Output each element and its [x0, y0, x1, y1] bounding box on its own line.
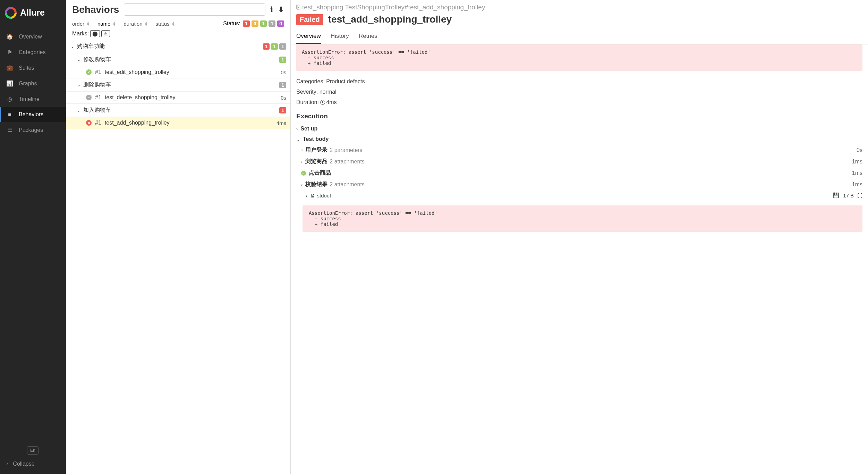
chevron-right-icon: ›: [301, 159, 303, 164]
status-filter-broken[interactable]: 0: [252, 20, 258, 27]
nav-categories-label: Categories: [19, 49, 45, 56]
testbody-row[interactable]: ⌄Test body: [296, 134, 862, 144]
step-duration: 1ms: [852, 159, 862, 165]
categories-line: Categories: Product defects: [296, 76, 862, 87]
collapse-button[interactable]: ‹Collapse: [6, 461, 60, 467]
step-row[interactable]: ✓点击商品1ms: [296, 167, 862, 179]
detail-panel: ⎘ test_shopping.TestShoppingTrolley#test…: [291, 0, 868, 474]
sort-name[interactable]: name▲▼: [97, 21, 116, 27]
status-filter-unknown[interactable]: 0: [277, 20, 284, 27]
menu-icon: ☰: [6, 127, 13, 133]
execution-heading: Execution: [296, 112, 862, 120]
status-badge: Failed: [296, 14, 323, 25]
chevron-down-icon: ⌄: [77, 108, 80, 113]
test-number: #1: [95, 69, 101, 75]
tree-subgroup-label: 加入购物车: [83, 107, 111, 114]
step-row[interactable]: ›浏览商品2 attachments1ms: [296, 156, 862, 167]
test-name: test_edit_shopping_trolley: [105, 69, 169, 75]
status-filter-failed[interactable]: 1: [243, 20, 250, 27]
link-icon[interactable]: ⎘: [296, 3, 300, 11]
tree-group[interactable]: ⌄ 购物车功能 1 1 1: [66, 40, 290, 53]
chevron-right-icon: ›: [306, 193, 307, 198]
step-duration: 1ms: [852, 170, 862, 176]
chevron-right-icon: ›: [301, 147, 303, 153]
tree-test-selected[interactable]: ✕ #1 test_add_shopping_trolley 4ms: [66, 117, 290, 129]
test-name: test_delete_shopping_trolley: [105, 94, 176, 101]
brand-name: Allure: [20, 8, 45, 18]
test-title: test_add_shopping_trolley: [328, 14, 452, 25]
test-path: test_shopping.TestShoppingTrolley#test_a…: [302, 3, 485, 11]
tree-subgroup[interactable]: ⌄ 删除购物车 1: [66, 78, 290, 92]
sort-order[interactable]: order▲▼: [72, 21, 90, 27]
status-filter-skipped[interactable]: 1: [269, 20, 275, 27]
tree-test[interactable]: ✓ #1 test_edit_shopping_trolley 0s: [66, 66, 290, 78]
attachment-size: 17 B: [843, 193, 854, 198]
sidebar: Allure 🏠Overview ⚑Categories 💼Suites 📊Gr…: [0, 0, 66, 474]
count-passed: 1: [279, 57, 286, 63]
save-icon[interactable]: 💾: [833, 192, 840, 198]
test-duration: 0s: [281, 95, 286, 101]
chevron-down-icon: ⌄: [71, 44, 74, 49]
chevron-down-icon: ⌄: [77, 57, 80, 62]
tab-retries[interactable]: Retries: [359, 29, 377, 44]
mark-new-failed[interactable]: ⚠: [101, 30, 110, 37]
attachment-row[interactable]: ›🗎 stdout💾17 B⛶: [296, 190, 862, 201]
sort-icon: ▲▼: [112, 21, 116, 26]
test-number: #1: [95, 94, 101, 101]
tab-overview[interactable]: Overview: [296, 29, 321, 44]
nav-timeline[interactable]: ◷Timeline: [0, 91, 66, 107]
attachment-name: stdout: [317, 193, 331, 198]
file-icon: 🗎: [310, 193, 315, 198]
count-skipped: 1: [279, 43, 286, 50]
download-icon[interactable]: ⬇: [278, 5, 284, 14]
nav-graphs[interactable]: 📊Graphs: [0, 76, 66, 91]
tab-history[interactable]: History: [331, 29, 349, 44]
test-name: test_add_shopping_trolley: [105, 120, 170, 126]
sort-icon: ▲▼: [145, 21, 148, 26]
tree-subgroup-label: 删除购物车: [83, 81, 111, 88]
setup-row[interactable]: ›Set up: [296, 124, 862, 134]
tree-test[interactable]: − #1 test_delete_shopping_trolley 0s: [66, 92, 290, 104]
tree-subgroup[interactable]: ⌄ 加入购物车 1: [66, 104, 290, 117]
tree-subgroup-label: 修改购物车: [83, 56, 111, 63]
sort-icon: ▲▼: [86, 21, 90, 26]
nav-overview-label: Overview: [19, 34, 42, 40]
sort-status[interactable]: status▲▼: [156, 21, 175, 27]
step-duration: 0s: [857, 147, 862, 153]
count-failed: 1: [263, 43, 270, 50]
chevron-right-icon: ›: [296, 126, 298, 132]
pass-icon: ✓: [86, 69, 92, 75]
chevron-down-icon: ⌄: [77, 83, 80, 87]
test-number: #1: [95, 120, 101, 126]
duration-line: Duration: 4ms: [296, 97, 862, 108]
step-row[interactable]: ›用户登录2 parameters0s: [296, 144, 862, 156]
nav-timeline-label: Timeline: [19, 96, 40, 102]
flag-icon: ⚑: [6, 49, 13, 56]
chevron-down-icon: ⌄: [296, 137, 300, 142]
sort-icon: ▲▼: [172, 21, 175, 26]
behaviors-tree: ⌄ 购物车功能 1 1 1 ⌄ 修改购物车 1 ✓ #1 test_edit_s…: [66, 40, 290, 474]
tree-subgroup[interactable]: ⌄ 修改购物车 1: [66, 53, 290, 66]
logo[interactable]: Allure: [0, 0, 66, 25]
nav-suites-label: Suites: [19, 65, 34, 71]
status-filter-label: Status:: [223, 20, 240, 27]
nav-behaviors[interactable]: ≡Behaviors: [0, 107, 66, 122]
sort-duration[interactable]: duration▲▼: [124, 21, 148, 27]
expand-icon[interactable]: ⛶: [857, 193, 862, 198]
fail-icon: ✕: [86, 120, 92, 126]
search-input[interactable]: [124, 3, 265, 16]
info-icon[interactable]: ℹ: [270, 5, 273, 14]
mark-flaky[interactable]: ⬤: [90, 30, 100, 37]
step-row[interactable]: ›校验结果2 attachments1ms: [296, 179, 862, 190]
count-failed: 1: [279, 107, 286, 113]
chart-icon: 📊: [6, 80, 13, 87]
language-button[interactable]: En: [27, 446, 39, 455]
nav-packages[interactable]: ☰Packages: [0, 122, 66, 138]
list-icon: ≡: [6, 111, 13, 118]
nav-categories[interactable]: ⚑Categories: [0, 44, 66, 60]
status-filter-passed[interactable]: 1: [260, 20, 267, 27]
clock-icon: ◷: [6, 96, 13, 102]
page-title: Behaviors: [72, 4, 119, 15]
nav-overview[interactable]: 🏠Overview: [0, 29, 66, 44]
nav-suites[interactable]: 💼Suites: [0, 60, 66, 76]
